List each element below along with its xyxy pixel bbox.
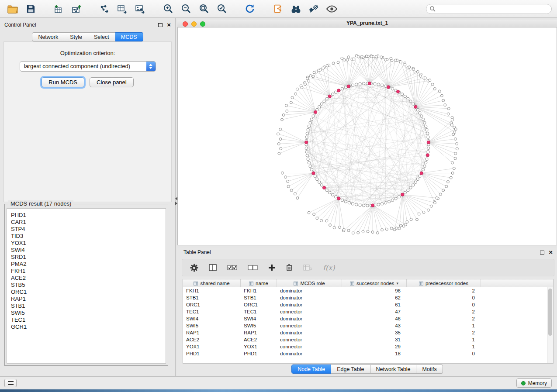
- tab-motifs[interactable]: Motifs: [416, 364, 443, 374]
- mcds-result-item[interactable]: PMA2: [11, 261, 162, 268]
- delete-table-button-disabled: [303, 265, 312, 271]
- mcds-result-item[interactable]: GCR1: [11, 323, 162, 330]
- column-header-name[interactable]: name: [241, 279, 277, 287]
- table-row[interactable]: ACE2 ACE2 connector 31 1: [183, 336, 553, 343]
- network-canvas[interactable]: [177, 28, 557, 245]
- table-vertical-scrollbar[interactable]: [547, 287, 553, 363]
- import-network-button[interactable]: [69, 2, 84, 16]
- mcds-result-item[interactable]: SWI5: [11, 309, 162, 316]
- desktop-background: [0, 389, 557, 392]
- memory-button[interactable]: Memory: [516, 378, 552, 388]
- table-row[interactable]: SWI5 SWI5 connector 43 1: [183, 322, 553, 329]
- graphics-details-icon: [309, 5, 319, 13]
- zoom-in-button[interactable]: [161, 2, 176, 16]
- mcds-result-item[interactable]: TEC1: [11, 316, 162, 323]
- window-zoom-icon[interactable]: [200, 21, 205, 27]
- table-settings-button[interactable]: [190, 264, 198, 272]
- close-panel-icon[interactable]: ×: [167, 23, 171, 27]
- table-toolbar: f(x): [182, 259, 554, 276]
- mcds-result-item[interactable]: YOX1: [11, 240, 162, 247]
- mcds-result-item[interactable]: ACE2: [11, 275, 162, 282]
- copy-network-button[interactable]: [270, 2, 285, 16]
- table-row[interactable]: STB1 STB1 dominator 62 0: [183, 294, 553, 301]
- zoom-in-icon: [163, 3, 173, 14]
- export-network-button[interactable]: [97, 2, 112, 16]
- memory-status-icon: [521, 381, 526, 385]
- apply-layout-button[interactable]: [242, 2, 257, 16]
- zoom-fit-button[interactable]: [197, 2, 211, 16]
- delete-column-button[interactable]: [286, 264, 293, 272]
- table-row[interactable]: FKH1 FKH1 dominator 96 2: [183, 287, 553, 294]
- column-header-mcds-role[interactable]: MCDS role: [277, 279, 342, 287]
- panel-menu-button[interactable]: [4, 379, 17, 387]
- tab-network[interactable]: Network: [32, 32, 64, 41]
- table-row[interactable]: PHD1 PHD1 dominator 18 0: [183, 350, 553, 357]
- mcds-result-list[interactable]: PHD1CAR1STP4TID3YOX1SWI4SRD1PMA2FKH1ACE2…: [7, 208, 166, 364]
- export-image-button[interactable]: [133, 2, 148, 16]
- mcds-result-item[interactable]: PHD1: [11, 212, 162, 219]
- network-window-titlebar[interactable]: YPA_prune.txt_1: [177, 20, 557, 28]
- column-header-shared-name[interactable]: shared name: [183, 279, 241, 287]
- create-column-button[interactable]: [268, 264, 275, 271]
- scrollbar-thumb[interactable]: [548, 289, 552, 336]
- status-bar: Memory: [0, 376, 557, 389]
- window-close-icon[interactable]: [183, 21, 188, 27]
- show-columns-button[interactable]: [209, 264, 217, 271]
- find-button[interactable]: [288, 2, 303, 16]
- control-panel-title: Control Panel: [4, 22, 36, 28]
- tab-select[interactable]: Select: [88, 32, 115, 41]
- column-header-successor-nodes[interactable]: successor nodes▾: [342, 279, 407, 287]
- mcds-tab-content: Optimization criterion: largest connecte…: [3, 41, 172, 202]
- tab-node-table[interactable]: Node Table: [291, 364, 331, 374]
- new-network-from-table-button[interactable]: [115, 2, 130, 16]
- mcds-result-item[interactable]: STP4: [11, 226, 162, 233]
- select-arrows-icon: [146, 62, 156, 71]
- mcds-result-item[interactable]: SRD1: [11, 254, 162, 261]
- unselect-all-columns-button[interactable]: [248, 265, 258, 271]
- mcds-result-item[interactable]: FKH1: [11, 268, 162, 275]
- tab-network-table[interactable]: Network Table: [370, 364, 417, 374]
- toggle-graphics-details-button[interactable]: [306, 2, 321, 16]
- table-row[interactable]: ORC1 ORC1 dominator 61 0: [183, 301, 553, 308]
- table-panel: Table Panel × f(x) shared name name MCDS…: [177, 248, 557, 376]
- binoculars-icon: [291, 4, 301, 14]
- zoom-selected-button[interactable]: [214, 2, 229, 16]
- import-table-button[interactable]: [51, 2, 66, 16]
- expand-right-icon[interactable]: [175, 202, 177, 205]
- table-row[interactable]: TEC1 TEC1 connector 47 2: [183, 308, 553, 315]
- table-row[interactable]: YOX1 YOX1 connector 29 1: [183, 343, 553, 350]
- zoom-out-button[interactable]: [179, 2, 194, 16]
- column-header-predecessor-nodes[interactable]: predecessor nodes: [407, 279, 481, 287]
- show-hide-panel-button[interactable]: [324, 2, 339, 16]
- mcds-result-item[interactable]: SWI4: [11, 247, 162, 254]
- close-panel-button[interactable]: Close panel: [90, 77, 134, 87]
- float-table-panel-icon[interactable]: [540, 251, 544, 254]
- tab-mcds[interactable]: MCDS: [115, 32, 143, 41]
- table-row[interactable]: RAP1 RAP1 dominator 35 2: [183, 329, 553, 336]
- select-all-columns-button[interactable]: [227, 265, 237, 271]
- table-body: FKH1 FKH1 dominator 96 2 STB1 STB1 domin…: [183, 287, 553, 357]
- mcds-result-item[interactable]: CAR1: [11, 219, 162, 226]
- search-input[interactable]: [426, 4, 552, 14]
- optimization-criterion-label: Optimization criterion:: [4, 50, 171, 56]
- run-mcds-button[interactable]: Run MCDS: [42, 77, 84, 87]
- mcds-result-item[interactable]: TID3: [11, 233, 162, 240]
- table-row[interactable]: SWI4 SWI4 dominator 46 2: [183, 315, 553, 322]
- mcds-result-item[interactable]: ORC1: [11, 289, 162, 296]
- zoom-out-icon: [181, 3, 191, 14]
- collapse-left-icon[interactable]: [175, 197, 177, 200]
- mcds-result-item[interactable]: RAP1: [11, 296, 162, 303]
- open-session-button[interactable]: [5, 2, 20, 16]
- window-minimize-icon[interactable]: [191, 21, 197, 27]
- tab-edge-table[interactable]: Edge Table: [331, 364, 370, 374]
- save-session-button[interactable]: [23, 2, 38, 16]
- search-box: [426, 4, 552, 14]
- network-window-title: YPA_prune.txt_1: [346, 20, 388, 26]
- refresh-icon: [245, 3, 255, 14]
- criterion-select[interactable]: largest connected component (undirected): [20, 61, 156, 72]
- mcds-result-item[interactable]: STB5: [11, 282, 162, 289]
- mcds-result-item[interactable]: STB1: [11, 303, 162, 309]
- close-table-panel-icon[interactable]: ×: [549, 250, 553, 254]
- float-panel-icon[interactable]: [158, 23, 163, 27]
- tab-style[interactable]: Style: [64, 32, 88, 41]
